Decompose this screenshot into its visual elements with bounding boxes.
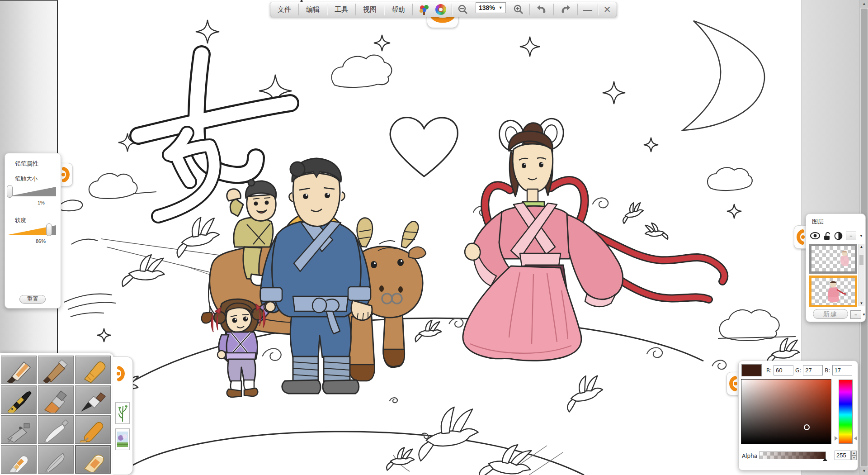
close-button[interactable]: ✕	[598, 2, 617, 17]
palette-collapse-tab[interactable]	[115, 363, 127, 386]
panel-title: 铅笔属性	[15, 160, 38, 168]
color-panel-tab[interactable]	[726, 372, 739, 395]
saturation-value-picker[interactable]	[741, 379, 831, 444]
brush-size-value: 1%	[38, 200, 45, 205]
alpha-spinner: ▲ ▼	[851, 451, 857, 460]
alpha-field[interactable]	[835, 451, 851, 460]
illustration	[59, 0, 802, 475]
menu-file[interactable]: 文件	[270, 2, 298, 17]
orange-bracket-icon	[115, 363, 127, 384]
menu-help[interactable]: 帮助	[384, 2, 412, 17]
tool-crayon[interactable]	[75, 356, 111, 384]
tool-wood-pencil[interactable]	[38, 356, 74, 384]
tool-gray-blade[interactable]	[38, 445, 74, 474]
chevron-down-icon: ▼	[499, 5, 503, 10]
minimize-button[interactable]: —	[578, 2, 598, 17]
reset-button[interactable]: 重置	[19, 295, 46, 304]
color-tree-icon[interactable]	[413, 2, 435, 17]
menu-tools[interactable]: 工具	[327, 2, 355, 17]
joined-hands	[265, 302, 275, 312]
hue-slider[interactable]	[839, 380, 853, 444]
brush-size-handle[interactable]	[7, 185, 13, 198]
panel-title: 图层	[812, 218, 824, 226]
chevron-down-icon[interactable]: ▼	[859, 234, 863, 238]
scroll-down-icon[interactable]: ▼	[859, 301, 864, 305]
blue-label: B:	[825, 367, 830, 374]
tool-eraser[interactable]	[75, 445, 111, 474]
scroll-up-icon[interactable]: ▲	[859, 245, 864, 249]
unlock-icon[interactable]	[823, 232, 831, 240]
zoom-level-select[interactable]: 138% ▼	[476, 2, 506, 13]
chevron-down-icon[interactable]: ▼	[862, 313, 866, 317]
current-color-swatch[interactable]	[741, 364, 762, 376]
blend-icon[interactable]	[834, 232, 843, 240]
alpha-label: Alpha	[742, 453, 757, 459]
girl	[212, 299, 275, 397]
plant-stamp-button[interactable]	[115, 402, 130, 424]
orange-bracket-icon	[794, 226, 806, 248]
tool-palette-rail	[113, 356, 133, 475]
tool-fountain-pen[interactable]	[1, 385, 37, 414]
layer-item-1[interactable]	[809, 244, 857, 274]
color-wheel-icon[interactable]	[435, 2, 452, 17]
scroll-down-icon[interactable]: ▼	[860, 467, 868, 475]
main-toolbar: 文件 编辑 工具 视图 帮助 138% ▼	[270, 2, 617, 17]
alpha-slider[interactable]	[759, 451, 826, 459]
pencil-panel-tab[interactable]	[60, 163, 73, 186]
red-field[interactable]	[774, 365, 793, 375]
scroll-up-icon[interactable]: ▲	[860, 0, 868, 8]
brush-size-label: 笔触大小	[15, 175, 38, 183]
tool-paint-roller[interactable]	[75, 415, 111, 444]
app-window: ▲ ▼ 文件 编辑 工具 视图 帮助	[0, 0, 868, 475]
pencil-properties-panel: 铅笔属性 笔触大小 1% 软度 86% 重置	[5, 153, 61, 309]
undo-icon[interactable]	[530, 2, 553, 17]
tool-flat-brush[interactable]	[38, 385, 74, 414]
alpha-marker[interactable]	[823, 458, 827, 461]
layer-item-2[interactable]	[809, 276, 857, 307]
blue-field[interactable]	[832, 365, 852, 375]
orange-bracket-icon	[60, 163, 72, 186]
doves	[59, 201, 799, 475]
softness-value: 86%	[36, 238, 46, 244]
zoom-out-button[interactable]	[452, 2, 474, 17]
tool-sharp-pencil[interactable]	[1, 356, 37, 384]
spin-down-icon[interactable]: ▼	[851, 456, 857, 461]
zoom-in-button[interactable]	[508, 2, 529, 17]
softness-label: 软度	[15, 217, 26, 224]
tool-palette	[0, 352, 134, 475]
spin-up-icon[interactable]: ▲	[851, 451, 857, 456]
tool-airbrush[interactable]	[1, 415, 37, 444]
orange-bracket-icon	[727, 372, 739, 395]
brush-size-slider[interactable]	[8, 187, 56, 196]
softness-handle[interactable]	[46, 223, 52, 236]
menu-edit[interactable]: 编辑	[299, 2, 327, 17]
eye-icon[interactable]	[810, 232, 820, 240]
layers-panel-tab[interactable]	[794, 225, 807, 249]
tool-paint-tube[interactable]	[1, 445, 37, 474]
moon	[683, 21, 764, 130]
scrollbar-thumb[interactable]	[859, 255, 863, 265]
drawing-canvas[interactable]	[59, 0, 802, 475]
green-field[interactable]	[803, 365, 823, 375]
menu-view[interactable]: 视图	[356, 2, 384, 17]
weaver-girl	[463, 116, 724, 361]
color-picker-panel: R: G: B: Alpha ▲ ▼	[738, 361, 858, 470]
layers-options-button[interactable]: ≡	[850, 310, 861, 319]
hue-marker-right[interactable]	[854, 436, 857, 441]
layer-menu-button[interactable]: ≡	[846, 232, 856, 240]
green-label: G:	[795, 367, 801, 374]
heart-outline	[390, 118, 458, 176]
color-cursor[interactable]	[804, 424, 810, 430]
hue-marker-left[interactable]	[835, 436, 838, 441]
red-label: R:	[766, 367, 772, 374]
layers-scrollbar[interactable]: ▲ ▼	[859, 244, 864, 306]
tool-palette-knife[interactable]	[38, 415, 74, 444]
zoom-level-value: 138%	[479, 4, 495, 11]
picture-stamp-button[interactable]	[115, 428, 130, 450]
layers-panel: 图层 ≡ ▼ ▲ ▼ 新建 ≡ ▼	[806, 214, 866, 322]
new-layer-button[interactable]: 新建	[813, 309, 848, 319]
redo-icon[interactable]	[554, 2, 577, 17]
tool-ink-brush[interactable]	[75, 385, 111, 414]
